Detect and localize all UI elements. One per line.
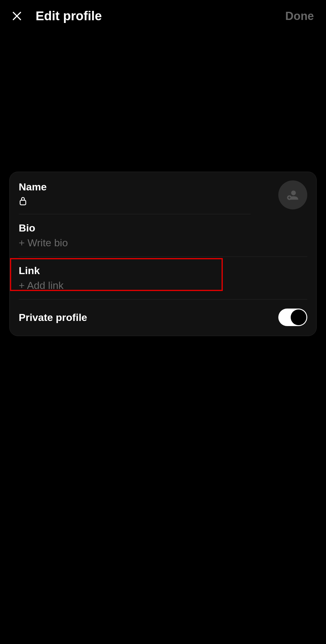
done-button[interactable]: Done bbox=[285, 10, 314, 23]
name-value bbox=[19, 196, 307, 206]
lock-icon bbox=[19, 196, 27, 206]
header-left: Edit profile bbox=[11, 9, 102, 23]
bio-placeholder: + Write bio bbox=[19, 237, 307, 249]
private-profile-toggle[interactable] bbox=[278, 309, 307, 326]
link-placeholder: + Add link bbox=[19, 280, 307, 291]
name-label: Name bbox=[19, 181, 307, 193]
edit-profile-card: Name Bio + Write bio bbox=[9, 172, 317, 336]
bio-label: Bio bbox=[19, 222, 307, 234]
private-profile-row: Private profile bbox=[19, 299, 307, 327]
close-icon[interactable] bbox=[11, 11, 22, 21]
private-profile-label: Private profile bbox=[19, 312, 87, 323]
page-title: Edit profile bbox=[36, 9, 102, 23]
svg-rect-2 bbox=[20, 200, 26, 205]
header: Edit profile Done bbox=[0, 0, 326, 32]
link-field[interactable]: Link + Add link bbox=[19, 257, 307, 299]
avatar-add-button[interactable] bbox=[278, 180, 307, 209]
bio-field[interactable]: Bio + Write bio bbox=[19, 214, 307, 257]
toggle-knob bbox=[291, 309, 306, 325]
name-field[interactable]: Name bbox=[19, 180, 307, 214]
svg-point-3 bbox=[291, 190, 296, 195]
link-label: Link bbox=[19, 265, 307, 277]
